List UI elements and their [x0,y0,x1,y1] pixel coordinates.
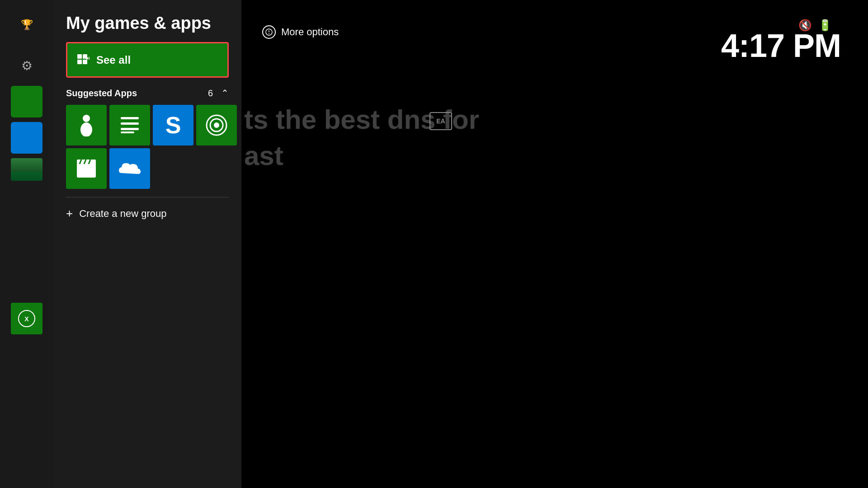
see-all-label: See all [96,54,131,66]
see-all-button[interactable]: See all [66,42,229,78]
svg-rect-13 [121,128,139,130]
app-grid-row2 [53,145,241,189]
create-group-label: Create a new group [79,208,166,220]
app-tile-onedrive[interactable] [109,148,150,189]
app-tile-5[interactable] [66,148,107,189]
svg-rect-8 [83,60,87,64]
app-tile-skype[interactable]: S [153,105,193,145]
svg-rect-18 [77,163,96,178]
sidebar-trophy-icon: 🏆 [11,9,42,41]
sidebar-landscape-thumb[interactable] [11,158,42,181]
svg-rect-11 [121,117,139,119]
svg-point-17 [214,122,219,128]
bg-text-line2: ast [244,140,283,171]
suggested-apps-title: Suggested Apps [66,88,137,99]
app-tile-1[interactable] [66,105,107,145]
more-options-icon [262,25,276,39]
svg-rect-14 [121,131,134,133]
section-right: 6 ⌃ [208,88,229,99]
sidebar-blue-tile[interactable] [11,122,42,154]
suggested-apps-header: Suggested Apps 6 ⌃ [53,78,241,105]
chevron-up-icon[interactable]: ⌃ [221,88,229,99]
create-new-group-button[interactable]: + Create a new group [53,197,241,230]
sidebar-xbox-tile[interactable]: X [11,303,42,334]
panel-title: My games & apps [53,0,241,42]
svg-rect-5 [77,54,82,59]
more-options-label: More options [281,26,339,38]
svg-rect-12 [121,122,139,125]
sidebar-green-tile[interactable] [11,86,42,117]
svg-point-9 [83,115,90,122]
see-all-icon [76,52,90,68]
svg-point-2 [269,33,269,34]
left-sidebar: 🏆 ⚙ X [0,0,53,488]
ea-badge: EA [429,112,452,130]
plus-icon: + [66,206,73,221]
svg-point-10 [80,122,92,136]
suggested-apps-count: 6 [208,88,213,99]
more-options-button[interactable]: More options [262,25,339,39]
sidebar-settings-icon[interactable]: ⚙ [11,50,42,81]
app-tile-2[interactable] [109,105,150,145]
app-grid-row1: S [53,105,241,145]
my-games-apps-panel: My games & apps See all Suggested Apps 6… [53,0,241,488]
svg-text:X: X [24,315,29,323]
clock-display: 4:17 PM [721,27,841,64]
app-tile-4[interactable] [196,105,237,145]
svg-rect-7 [77,60,82,64]
